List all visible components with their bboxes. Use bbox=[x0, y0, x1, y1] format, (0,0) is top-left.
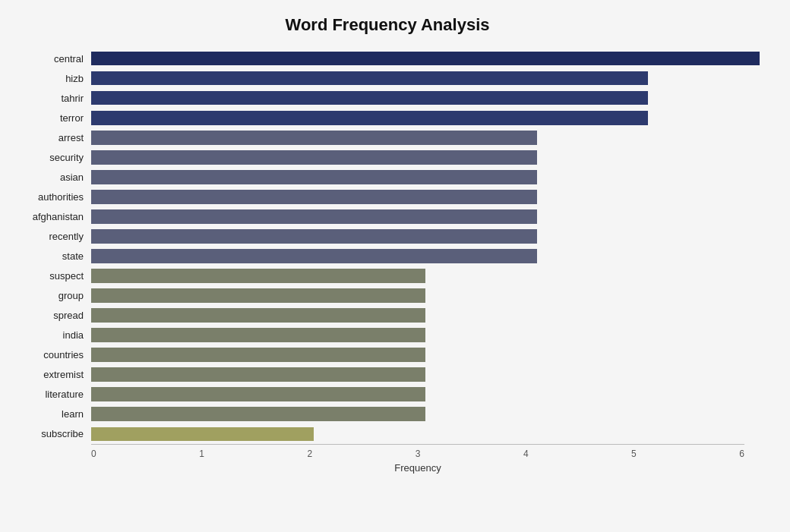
bar-label: asian bbox=[15, 172, 91, 183]
bar-row: literature bbox=[15, 385, 760, 405]
bar-fill bbox=[91, 269, 425, 283]
bar-row: spread bbox=[15, 306, 760, 326]
bar-label: subscribe bbox=[15, 428, 91, 439]
bar-fill bbox=[91, 249, 537, 263]
bar-row: suspect bbox=[15, 266, 760, 286]
bar-row: india bbox=[15, 326, 760, 345]
x-tick: 1 bbox=[199, 449, 204, 459]
bar-fill bbox=[91, 111, 648, 125]
bar-label: tahrir bbox=[15, 93, 91, 104]
bar-row: central bbox=[15, 49, 760, 68]
bar-row: hizb bbox=[15, 68, 760, 88]
bar-row: subscribe bbox=[15, 424, 760, 444]
bar-fill bbox=[91, 288, 425, 303]
bar-row: learn bbox=[15, 405, 760, 424]
bar-fill bbox=[91, 170, 537, 184]
bar-label: countries bbox=[15, 349, 91, 360]
bar-fill bbox=[91, 150, 537, 165]
x-axis-label: Frequency bbox=[91, 462, 744, 474]
bar-fill bbox=[91, 190, 537, 204]
bar-label: learn bbox=[15, 408, 91, 420]
bar-label: recently bbox=[15, 231, 91, 242]
x-tick: 2 bbox=[307, 449, 312, 459]
chart-container: Word Frequency Analysis centralhizbtahri… bbox=[0, 0, 790, 532]
bar-row: asian bbox=[15, 167, 760, 187]
bar-row: recently bbox=[15, 226, 760, 246]
bar-row: terror bbox=[15, 108, 760, 127]
bar-fill bbox=[91, 367, 425, 382]
bar-fill bbox=[91, 328, 425, 342]
bar-row: afghanistan bbox=[15, 206, 760, 226]
bar-fill bbox=[91, 131, 537, 145]
bar-label: spread bbox=[15, 310, 91, 321]
bar-label: central bbox=[15, 53, 91, 65]
bar-label: india bbox=[15, 329, 91, 341]
bar-row: countries bbox=[15, 345, 760, 365]
bar-fill bbox=[91, 91, 648, 105]
bar-label: terror bbox=[15, 112, 91, 124]
bar-label: extremist bbox=[15, 369, 91, 380]
bar-fill bbox=[91, 407, 425, 421]
bar-label: arrest bbox=[15, 132, 91, 143]
x-tick: 6 bbox=[739, 449, 744, 459]
bar-label: state bbox=[15, 250, 91, 262]
bar-fill bbox=[91, 348, 425, 362]
bar-row: tahrir bbox=[15, 88, 760, 108]
x-tick: 3 bbox=[416, 449, 421, 459]
x-tick: 4 bbox=[523, 449, 529, 459]
bar-label: group bbox=[15, 290, 91, 301]
bar-label: hizb bbox=[15, 73, 91, 84]
bar-fill bbox=[91, 71, 648, 86]
bar-row: security bbox=[15, 147, 760, 167]
bar-fill bbox=[91, 387, 425, 401]
bar-row: arrest bbox=[15, 127, 760, 147]
bar-row: state bbox=[15, 246, 760, 266]
bar-label: afghanistan bbox=[15, 211, 91, 222]
bar-label: suspect bbox=[15, 270, 91, 282]
bar-label: literature bbox=[15, 389, 91, 400]
bar-label: security bbox=[15, 152, 91, 163]
bar-row: authorities bbox=[15, 187, 760, 206]
bar-fill bbox=[91, 52, 760, 66]
bar-row: group bbox=[15, 286, 760, 306]
chart-title: Word Frequency Analysis bbox=[15, 15, 760, 35]
bar-fill bbox=[91, 229, 537, 244]
x-tick: 0 bbox=[91, 449, 96, 459]
bar-fill bbox=[91, 209, 537, 224]
bar-row: extremist bbox=[15, 365, 760, 385]
bar-fill bbox=[91, 427, 314, 442]
x-tick: 5 bbox=[631, 449, 637, 459]
bar-fill bbox=[91, 308, 425, 323]
bar-label: authorities bbox=[15, 191, 91, 203]
